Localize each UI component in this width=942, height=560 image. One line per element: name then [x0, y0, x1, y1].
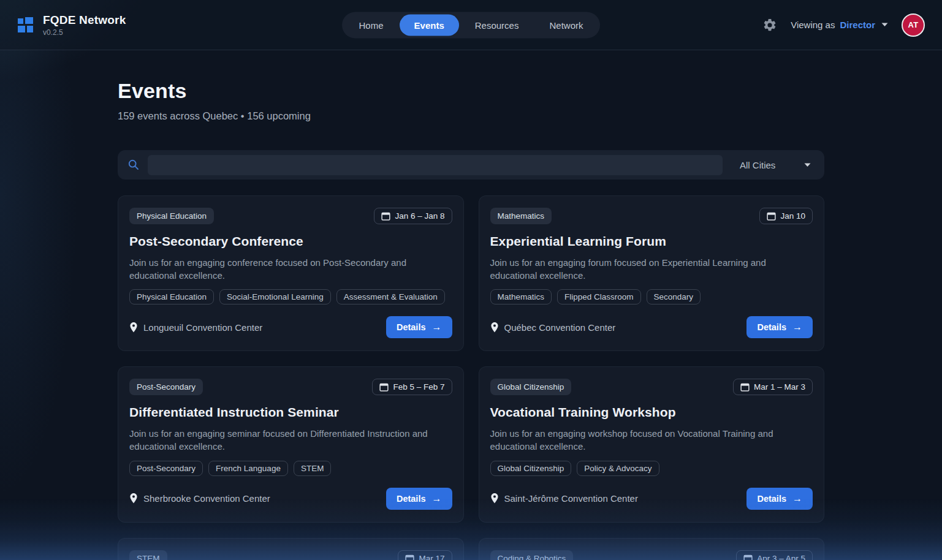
category-badge: Global Citizenship	[490, 379, 572, 395]
category-badge: Physical Education	[129, 208, 214, 224]
arrow-right-icon: →	[792, 494, 802, 504]
date-badge: Jan 10	[759, 208, 813, 224]
location-pin-icon	[129, 493, 138, 504]
date-text: Jan 6 – Jan 8	[395, 211, 444, 221]
chevron-down-icon	[881, 23, 888, 27]
details-label: Details	[757, 322, 786, 332]
location-pin-icon	[490, 493, 499, 504]
event-tag: Global Citizenship	[490, 461, 572, 476]
page-title: Events	[118, 79, 824, 103]
nav-item-events[interactable]: Events	[400, 14, 459, 36]
details-button[interactable]: Details →	[746, 316, 813, 338]
event-description: Join us for an engaging workshop focused…	[490, 428, 803, 453]
location-text: Longueuil Convention Center	[143, 322, 262, 333]
date-text: Feb 5 – Feb 7	[393, 382, 444, 392]
city-filter-select[interactable]: All Cities	[731, 160, 815, 170]
calendar-icon	[743, 554, 753, 560]
event-tag: Secondary	[647, 289, 701, 305]
settings-gear-icon[interactable]	[762, 18, 777, 32]
top-bar: FQDE Network v0.2.5 Home Events Resource…	[0, 0, 942, 50]
event-description: Join us for an engaging seminar focused …	[129, 428, 443, 453]
details-label: Details	[397, 494, 426, 504]
date-text: Mar 1 – Mar 3	[754, 382, 805, 392]
viewing-as-role: Director	[840, 20, 875, 30]
event-location: Québec Convention Center	[490, 322, 616, 333]
details-label: Details	[757, 494, 786, 504]
date-text: Jan 10	[780, 211, 805, 221]
city-filter-value: All Cities	[740, 160, 775, 170]
event-location: Saint-Jérôme Convention Center	[490, 493, 638, 504]
chevron-down-icon	[804, 163, 811, 167]
details-button[interactable]: Details →	[746, 488, 813, 510]
main-nav: Home Events Resources Network	[342, 12, 601, 38]
nav-item-home[interactable]: Home	[344, 14, 398, 36]
event-tag: Assessment & Evaluation	[336, 289, 445, 305]
app-version: v0.2.5	[43, 28, 126, 37]
event-description: Join us for an engaging conference focus…	[129, 257, 443, 282]
details-label: Details	[397, 322, 426, 332]
category-badge: STEM	[129, 550, 167, 560]
search-input[interactable]	[148, 155, 723, 175]
date-text: Mar 17	[419, 554, 444, 560]
event-card: Global Citizenship Mar 1 – Mar 3 Vocatio…	[479, 366, 825, 522]
arrow-right-icon: →	[792, 322, 802, 332]
app-logo-icon	[17, 17, 34, 33]
brand: FQDE Network v0.2.5	[17, 13, 126, 37]
event-tags: Global Citizenship Policy & Advocacy	[490, 461, 813, 476]
event-card: Coding & Robotics Apr 3 – Apr 5 Rural Ed…	[479, 538, 825, 560]
category-badge: Post-Secondary	[129, 379, 203, 395]
viewing-as-dropdown[interactable]: Viewing as Director	[791, 20, 888, 30]
event-title: Post-Secondary Conference	[129, 234, 452, 249]
nav-item-network[interactable]: Network	[534, 14, 598, 36]
event-title: Vocational Training Workshop	[490, 405, 813, 420]
event-tag: STEM	[294, 461, 332, 476]
date-badge: Jan 6 – Jan 8	[374, 208, 452, 224]
date-badge: Feb 5 – Feb 7	[372, 379, 452, 395]
arrow-right-icon: →	[432, 494, 442, 504]
category-badge: Coding & Robotics	[490, 550, 574, 560]
event-card: Post-Secondary Feb 5 – Feb 7 Differentia…	[118, 366, 464, 522]
details-button[interactable]: Details →	[386, 488, 452, 510]
viewing-as-label: Viewing as	[791, 20, 835, 30]
date-badge: Mar 1 – Mar 3	[733, 379, 813, 395]
details-button[interactable]: Details →	[386, 316, 452, 338]
event-tag: Post-Secondary	[129, 461, 203, 476]
event-card: Physical Education Jan 6 – Jan 8 Post-Se…	[118, 195, 464, 351]
calendar-icon	[381, 211, 390, 221]
event-location: Longueuil Convention Center	[129, 322, 262, 333]
app-title: FQDE Network	[43, 13, 126, 27]
avatar[interactable]: AT	[902, 13, 925, 37]
event-tag: French Language	[208, 461, 288, 476]
location-pin-icon	[490, 322, 499, 333]
filter-bar: All Cities	[118, 150, 824, 180]
event-location: Sherbrooke Convention Center	[129, 493, 270, 504]
event-card: Mathematics Jan 10 Experiential Learning…	[479, 195, 825, 351]
event-tags: Physical Education Social-Emotional Lear…	[129, 289, 452, 305]
date-text: Apr 3 – Apr 5	[757, 554, 805, 560]
search-icon	[127, 159, 140, 171]
date-badge: Apr 3 – Apr 5	[736, 550, 813, 560]
event-tag: Physical Education	[129, 289, 214, 305]
event-tag: Social-Emotional Learning	[219, 289, 331, 305]
calendar-icon	[767, 211, 776, 221]
nav-item-resources[interactable]: Resources	[460, 14, 534, 36]
calendar-icon	[379, 382, 389, 392]
calendar-icon	[405, 554, 414, 560]
events-grid: Physical Education Jan 6 – Jan 8 Post-Se…	[118, 195, 824, 560]
location-text: Saint-Jérôme Convention Center	[504, 493, 638, 504]
event-card: STEM Mar 17 Elementary Training	[118, 538, 464, 560]
location-pin-icon	[129, 322, 138, 333]
events-page: Events 159 events across Quebec • 156 up…	[118, 50, 824, 560]
event-description: Join us for an engaging forum focused on…	[490, 257, 803, 282]
date-badge: Mar 17	[398, 550, 452, 560]
arrow-right-icon: →	[432, 322, 442, 332]
category-badge: Mathematics	[490, 208, 552, 224]
page-subtitle: 159 events across Quebec • 156 upcoming	[118, 110, 824, 122]
location-text: Sherbrooke Convention Center	[143, 493, 270, 504]
calendar-icon	[740, 382, 750, 392]
event-tag: Flipped Classroom	[557, 289, 641, 305]
event-title: Differentiated Instruction Seminar	[129, 405, 452, 420]
event-tags: Post-Secondary French Language STEM	[129, 461, 452, 476]
location-text: Québec Convention Center	[504, 322, 616, 333]
event-tag: Policy & Advocacy	[577, 461, 659, 476]
